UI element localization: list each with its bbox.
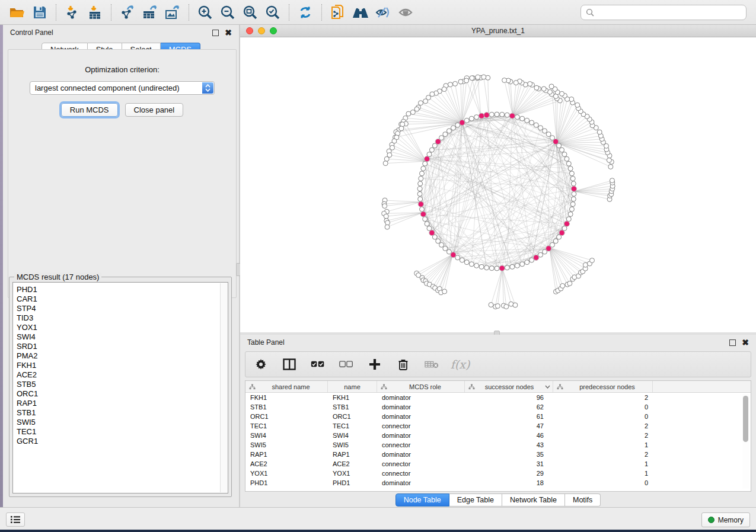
list-item[interactable]: FKH1 [17, 361, 228, 370]
zoom-fit-button[interactable] [239, 2, 261, 23]
clone-network-button[interactable] [327, 2, 349, 23]
table-cell[interactable]: TEC1 [328, 421, 377, 431]
table-cell[interactable]: 61 [465, 412, 553, 421]
optimization-criterion-select[interactable]: largest connected component (undirected) [30, 81, 215, 95]
network-canvas[interactable] [240, 37, 756, 332]
tab-edge-table[interactable]: Edge Table [449, 493, 502, 507]
table-row[interactable]: PHD1PHD1dominator180 [245, 478, 751, 488]
mcds-node[interactable] [479, 113, 484, 118]
table-cell[interactable]: connector [377, 469, 465, 478]
table-cell[interactable]: STB1 [328, 402, 377, 412]
zoom-in-button[interactable] [194, 2, 216, 23]
table-row[interactable]: STB1STB1dominator620 [245, 402, 751, 412]
mcds-node[interactable] [420, 211, 426, 217]
list-item[interactable]: YOX1 [17, 323, 228, 332]
table-cell[interactable]: SWI5 [328, 440, 377, 450]
memory-button[interactable]: Memory [701, 512, 750, 527]
select-all-button[interactable] [311, 357, 325, 371]
table-cell[interactable]: SWI4 [328, 431, 377, 440]
list-item[interactable]: TEC1 [17, 427, 228, 437]
column-header[interactable]: shared name [245, 381, 328, 392]
mcds-node[interactable] [484, 113, 489, 118]
table-cell[interactable]: 2 [553, 393, 653, 402]
search-field[interactable] [580, 5, 747, 20]
table-settings-button[interactable] [254, 357, 268, 371]
table-cell[interactable]: ORC1 [328, 412, 377, 421]
export-table-button[interactable] [139, 2, 161, 23]
table-cell[interactable]: connector [377, 421, 465, 431]
list-item[interactable]: STP4 [17, 304, 228, 313]
table-cell[interactable]: YOX1 [245, 469, 328, 478]
table-cell[interactable]: SWI4 [245, 431, 328, 440]
table-cell[interactable]: dominator [377, 431, 465, 440]
tab-node-table[interactable]: Node Table [395, 493, 449, 507]
table-cell[interactable]: 1 [553, 440, 653, 450]
hide-selected-button[interactable] [372, 2, 394, 23]
table-cell[interactable]: FKH1 [328, 393, 377, 402]
mcds-node[interactable] [509, 113, 515, 118]
table-cell[interactable]: 18 [465, 478, 553, 488]
refresh-layout-button[interactable] [294, 2, 317, 23]
table-cell[interactable]: STB1 [245, 402, 328, 412]
table-cell[interactable]: dominator [377, 393, 465, 402]
table-row[interactable]: FKH1FKH1dominator962 [245, 393, 751, 402]
mcds-node[interactable] [435, 139, 441, 144]
mcds-node[interactable] [534, 255, 539, 260]
table-cell[interactable]: RAP1 [328, 450, 377, 459]
table-cell[interactable]: 35 [465, 450, 553, 459]
function-builder-button[interactable]: f(x) [453, 357, 467, 371]
table-cell[interactable]: ACE2 [328, 459, 377, 469]
mcds-node[interactable] [424, 156, 429, 162]
list-item[interactable]: GCR1 [17, 437, 228, 446]
list-item[interactable]: SWI5 [17, 418, 228, 427]
table-cell[interactable]: RAP1 [245, 450, 328, 459]
save-session-button[interactable] [28, 2, 51, 23]
list-item[interactable]: SWI4 [17, 332, 228, 342]
column-header[interactable]: name [328, 381, 377, 392]
float-panel-button[interactable] [212, 30, 219, 36]
column-header[interactable]: MCDS role [377, 381, 465, 392]
export-image-button[interactable] [161, 2, 184, 23]
run-mcds-button[interactable]: Run MCDS [61, 103, 118, 117]
table-cell[interactable]: ORC1 [245, 412, 328, 421]
list-item[interactable]: PMA2 [17, 351, 228, 361]
table-cell[interactable]: 2 [553, 431, 653, 440]
mcds-node[interactable] [418, 201, 423, 207]
table-cell[interactable]: FKH1 [245, 393, 328, 402]
mcds-node[interactable] [429, 230, 435, 235]
list-item[interactable]: RAP1 [17, 399, 228, 408]
export-network-button[interactable] [116, 2, 139, 23]
open-session-button[interactable] [6, 2, 28, 23]
table-cell[interactable]: 2 [553, 450, 653, 459]
list-item[interactable]: TID3 [17, 313, 228, 323]
table-cell[interactable]: 0 [553, 412, 653, 421]
list-item[interactable]: STB1 [17, 408, 228, 418]
table-row[interactable]: ORC1ORC1dominator610 [245, 412, 751, 421]
table-cell[interactable]: connector [377, 459, 465, 469]
table-cell[interactable]: connector [377, 440, 465, 450]
list-item[interactable]: ORC1 [17, 389, 228, 399]
task-history-button[interactable] [6, 512, 25, 527]
list-item[interactable]: CAR1 [17, 294, 228, 304]
table-row[interactable]: SWI4SWI4dominator462 [245, 431, 751, 440]
table-cell[interactable]: dominator [377, 478, 465, 488]
table-cell[interactable]: 2 [553, 421, 653, 431]
table-row[interactable]: TEC1TEC1connector472 [245, 421, 751, 431]
import-table-button[interactable] [84, 2, 106, 23]
list-item[interactable]: STB5 [17, 380, 228, 389]
list-item[interactable]: ACE2 [17, 370, 228, 380]
binoculars-button[interactable] [349, 2, 372, 23]
mcds-node[interactable] [564, 221, 569, 226]
list-item[interactable]: SRD1 [17, 342, 228, 351]
import-network-button[interactable] [61, 2, 84, 23]
table-row[interactable]: ACE2ACE2connector311 [245, 459, 751, 469]
show-all-button[interactable] [394, 2, 417, 23]
table-cell[interactable]: 0 [553, 402, 653, 412]
add-column-button[interactable] [368, 357, 382, 371]
tab-motifs[interactable]: Motifs [565, 493, 601, 507]
table-row[interactable]: YOX1YOX1connector291 [245, 469, 751, 478]
table-cell[interactable]: ACE2 [245, 459, 328, 469]
zoom-selected-button[interactable] [261, 2, 284, 23]
mcds-node[interactable] [546, 246, 551, 251]
mcds-node[interactable] [451, 252, 456, 258]
